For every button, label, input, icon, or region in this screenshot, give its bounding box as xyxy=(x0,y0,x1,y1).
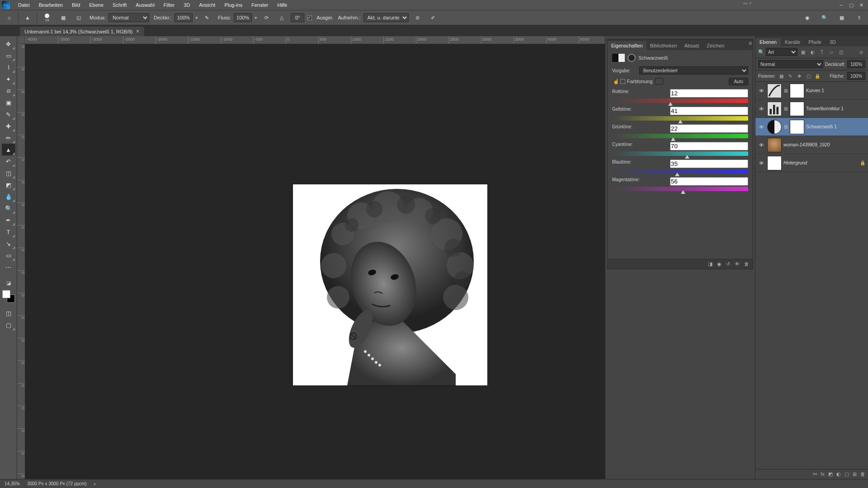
tab-kanaele[interactable]: Kanäle xyxy=(781,38,804,46)
ruler-origin[interactable] xyxy=(17,36,25,44)
reset-icon[interactable]: ↺ xyxy=(726,261,730,267)
layer-group-icon[interactable]: ▢ xyxy=(844,471,849,477)
tint-color-swatch[interactable] xyxy=(655,78,663,84)
menu-ebene[interactable]: Ebene xyxy=(85,1,108,9)
tool-preset-icon[interactable]: ▲ xyxy=(21,11,34,24)
gradient-tool-icon[interactable]: ◩ xyxy=(2,179,15,191)
targeted-adjust-icon[interactable]: ☝ xyxy=(612,77,620,85)
tab-zeichen[interactable]: Zeichen xyxy=(703,41,728,50)
menu-bild[interactable]: Bild xyxy=(67,1,85,9)
airbrush-icon[interactable]: ⟳ xyxy=(260,11,273,24)
visibility-toggle-icon[interactable]: 👁 xyxy=(757,123,765,131)
collapse-panel-icon[interactable]: ◂◂ ✕ xyxy=(743,1,752,5)
menu-auswahl[interactable]: Auswahl xyxy=(131,1,159,9)
share-icon[interactable]: ⇪ xyxy=(853,11,865,24)
edit-toolbar-icon[interactable]: ⋯ xyxy=(2,261,15,273)
filter-type-select[interactable]: Art xyxy=(766,48,797,56)
slider-track[interactable] xyxy=(612,151,748,156)
lock-pixels-icon[interactable]: ✎ xyxy=(787,73,793,79)
heal-tool-icon[interactable]: ✚ xyxy=(2,120,15,132)
auto-button[interactable]: Auto xyxy=(729,78,748,85)
default-colors-icon[interactable]: ◪ xyxy=(1,277,16,288)
window-minimize-icon[interactable]: ─ xyxy=(836,0,846,10)
close-icon[interactable]: ✕ xyxy=(136,28,140,34)
sample-select[interactable]: Akt. u. darunter xyxy=(363,13,409,22)
fill-input[interactable] xyxy=(847,72,865,80)
pressure-size-icon[interactable]: ✐ xyxy=(427,11,439,24)
layer-mask-add-icon[interactable]: ◩ xyxy=(828,471,833,477)
aligned-checkbox[interactable] xyxy=(307,15,312,20)
slider-track[interactable] xyxy=(612,187,748,191)
marquee-tool-icon[interactable]: ▭ xyxy=(2,50,15,61)
mask-thumb[interactable] xyxy=(790,84,804,98)
filter-smart-icon[interactable]: ◫ xyxy=(837,48,845,56)
tab-3d[interactable]: 3D xyxy=(826,38,840,46)
delete-layer-icon[interactable]: 🗑 xyxy=(860,471,865,477)
slider-track[interactable] xyxy=(612,99,748,103)
shape-tool-icon[interactable]: ▭ xyxy=(2,249,15,261)
color-swatches[interactable] xyxy=(2,290,15,303)
brush-preview[interactable]: 19 xyxy=(40,10,54,25)
slider-value-input[interactable] xyxy=(670,177,748,186)
delete-adjustment-icon[interactable]: 🗑 xyxy=(744,261,749,267)
menu-ansicht[interactable]: Ansicht xyxy=(194,1,220,9)
opacity-pressure-icon[interactable]: ✎ xyxy=(201,11,213,24)
zoom-percentage[interactable]: 14,35% xyxy=(5,481,20,486)
filter-search-icon[interactable]: 🔍 xyxy=(758,49,764,55)
new-layer-icon[interactable]: ⊞ xyxy=(853,471,857,477)
slider-value-input[interactable] xyxy=(670,124,748,133)
lock-artboard-icon[interactable]: ▢ xyxy=(805,73,811,79)
eyedropper-tool-icon[interactable]: ✎ xyxy=(2,108,15,120)
lock-all-icon[interactable]: 🔒 xyxy=(814,73,821,79)
layer-row[interactable]: 👁 ⛓ Kurven 1 xyxy=(755,82,868,100)
workspace-icon[interactable]: ▦ xyxy=(835,11,848,24)
layer-row[interactable]: 👁 ⛓ Schwarzweiß 1 xyxy=(755,118,868,136)
canvas-area[interactable]: -4000-3500-3000-2500-2000-1500-1000-5000… xyxy=(17,36,605,479)
history-brush-tool-icon[interactable]: ↶ xyxy=(2,155,15,167)
slider-handle[interactable] xyxy=(668,102,673,106)
menu-3d[interactable]: 3D xyxy=(179,1,194,9)
visibility-toggle-icon[interactable]: 👁 xyxy=(757,105,765,113)
slider-handle[interactable] xyxy=(678,120,683,123)
wand-tool-icon[interactable]: ✦ xyxy=(2,73,15,85)
screenmode-icon[interactable]: ▢ xyxy=(2,319,15,331)
mask-thumb[interactable] xyxy=(790,120,804,134)
slider-value-input[interactable] xyxy=(670,160,748,168)
menu-bearbeiten[interactable]: Bearbeiten xyxy=(34,1,67,9)
window-restore-icon[interactable]: ▢ xyxy=(846,0,856,10)
clone-stamp-tool-icon[interactable]: ▲ xyxy=(2,144,15,155)
slider-value-input[interactable] xyxy=(670,142,748,150)
document-info[interactable]: 3000 Px x 3000 Px (72 ppcm) xyxy=(27,481,87,486)
menu-filter[interactable]: Filter xyxy=(159,1,179,9)
window-close-icon[interactable]: ✕ xyxy=(856,0,866,10)
visibility-toggle-icon[interactable]: 👁 xyxy=(757,159,765,167)
mask-thumb[interactable] xyxy=(790,102,804,116)
angle-icon[interactable]: △ xyxy=(275,11,288,24)
panel-menu-icon[interactable]: ≡ xyxy=(749,40,752,47)
blend-mode-select[interactable]: Normal xyxy=(758,60,823,68)
preset-select[interactable]: Benutzerdefiniert xyxy=(639,66,748,75)
adjustment-layer-icon[interactable]: ◐ xyxy=(836,471,841,477)
menu-datei[interactable]: Datei xyxy=(14,1,34,9)
ruler-vertical[interactable]: 00000000000000000000 xyxy=(17,44,25,479)
type-tool-icon[interactable]: T xyxy=(2,226,15,238)
lasso-tool-icon[interactable]: ⌇ xyxy=(2,61,15,73)
filter-toggle-icon[interactable]: ⊙ xyxy=(857,48,865,56)
foreground-color-swatch[interactable] xyxy=(2,290,10,298)
visibility-toggle-icon[interactable]: 👁 xyxy=(757,87,765,95)
filter-shape-icon[interactable]: ▱ xyxy=(827,48,835,56)
lock-transparency-icon[interactable]: ▦ xyxy=(778,73,784,79)
menu-plugins[interactable]: Plug-ins xyxy=(220,1,247,9)
filter-type-icon[interactable]: T xyxy=(818,48,826,56)
layer-name[interactable]: Tonwertkorrektur 1 xyxy=(806,106,866,111)
cloud-docs-icon[interactable]: ◉ xyxy=(801,11,814,24)
tab-absatz[interactable]: Absatz xyxy=(681,41,703,50)
angle-input[interactable] xyxy=(291,13,304,22)
document-tab[interactable]: Unbenannt-1 bei 14,3% (Schwarzweiß 1, RG… xyxy=(20,27,144,36)
canvas-document[interactable] xyxy=(293,184,487,385)
toggle-visibility-icon[interactable]: 👁 xyxy=(735,261,740,267)
search-icon[interactable]: 🔍 xyxy=(818,11,831,24)
layer-name[interactable]: Kurven 1 xyxy=(806,88,866,93)
crop-tool-icon[interactable]: ⧄ xyxy=(2,85,15,97)
layer-opacity-input[interactable] xyxy=(847,60,865,68)
